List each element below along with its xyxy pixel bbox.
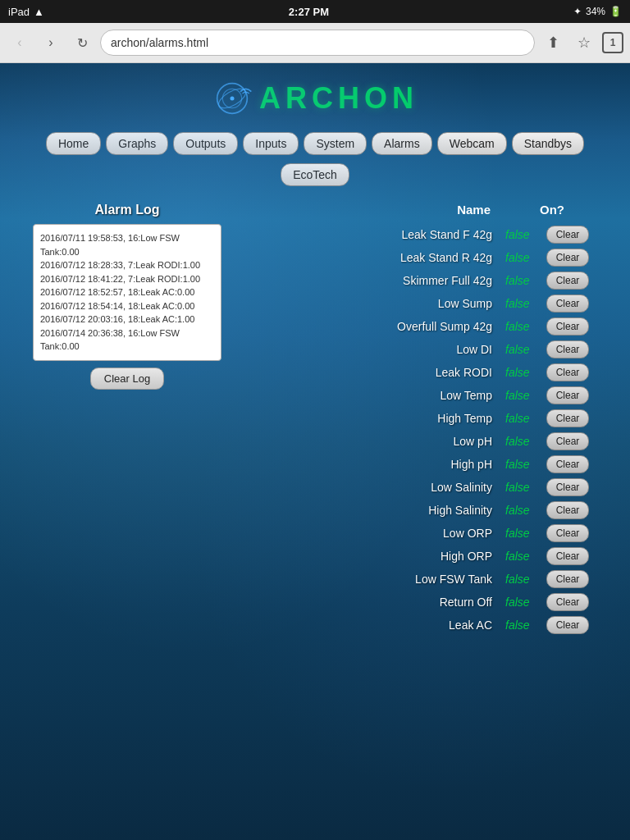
alarm-row: Overfull Sump 42g false Clear <box>238 315 597 338</box>
alarm-row: High Temp false Clear <box>238 407 597 430</box>
logo-icon <box>212 78 253 119</box>
alarm-status: false <box>505 251 546 264</box>
nav-home[interactable]: Home <box>46 132 101 155</box>
nav-row-2: EcoTech <box>0 163 630 186</box>
alarm-status: false <box>505 550 546 563</box>
tab-count[interactable]: 1 <box>602 32 623 53</box>
alarm-clear-button[interactable]: Clear <box>546 340 589 358</box>
log-entry-6: 2016/07/12 20:03:16, 18:Leak AC:1.00 <box>40 313 214 326</box>
alarm-clear-button[interactable]: Clear <box>546 616 589 634</box>
clear-log-button[interactable]: Clear Log <box>90 368 164 390</box>
alarm-clear-button[interactable]: Clear <box>546 226 589 244</box>
alarm-name: Leak AC <box>246 619 505 632</box>
nav-row-1: Home Graphs Outputs Inputs System Alarms… <box>0 127 630 160</box>
battery-label: 34% <box>586 6 605 17</box>
log-entry-5: 2016/07/12 18:54:14, 18:Leak AC:0.00 <box>40 299 214 313</box>
alarm-name: Leak Stand F 42g <box>246 228 505 241</box>
wifi-icon: ▲ <box>34 6 44 18</box>
alarm-status: false <box>505 366 546 379</box>
alarm-status: false <box>505 389 546 402</box>
alarm-clear-button[interactable]: Clear <box>546 570 589 588</box>
log-entry-2: 2016/07/12 18:28:33, 7:Leak RODI:1.00 <box>40 258 214 272</box>
alarm-status: false <box>505 412 546 425</box>
back-button[interactable]: ‹ <box>7 30 33 56</box>
alarm-row: Low pH false Clear <box>238 430 597 453</box>
nav-standbys[interactable]: Standbys <box>512 132 584 155</box>
browser-chrome: ‹ › ↻ archon/alarms.html ⬆ ☆ 1 <box>0 23 630 63</box>
alarm-row: Low Temp false Clear <box>238 384 597 407</box>
nav-system[interactable]: System <box>304 132 367 155</box>
page-background: ARCHON Home Graphs Outputs Inputs System… <box>0 63 630 840</box>
carrier-label: iPad <box>8 6 30 18</box>
alarm-clear-button[interactable]: Clear <box>546 501 589 519</box>
log-entry-1: 2016/07/11 19:58:53, 16:Low FSW Tank:0.0… <box>40 231 214 258</box>
alarm-status: false <box>505 458 546 471</box>
forward-button[interactable]: › <box>38 30 64 56</box>
browser-toolbar: ‹ › ↻ archon/alarms.html ⬆ ☆ 1 <box>0 23 630 62</box>
alarm-clear-button[interactable]: Clear <box>546 294 589 313</box>
alarm-clear-button[interactable]: Clear <box>546 432 589 450</box>
alarm-clear-button[interactable]: Clear <box>546 524 589 542</box>
main-content: Alarm Log 2016/07/11 19:58:53, 16:Low FS… <box>0 186 630 653</box>
bookmark-icon[interactable]: ☆ <box>571 30 597 56</box>
alarm-clear-button[interactable]: Clear <box>546 478 589 496</box>
alarm-name: Return Off <box>246 596 505 609</box>
status-bar-right: ✦ 34% 🔋 <box>573 6 622 17</box>
log-entry-4: 2016/07/12 18:52:57, 18:Leak AC:0.00 <box>40 285 214 299</box>
alarm-clear-button[interactable]: Clear <box>546 455 589 473</box>
alarm-row: Low FSW Tank false Clear <box>238 568 597 591</box>
alarm-clear-button[interactable]: Clear <box>546 386 589 404</box>
nav-alarms[interactable]: Alarms <box>372 132 432 155</box>
log-entry-3: 2016/07/12 18:41:22, 7:Leak RODI:1.00 <box>40 272 214 286</box>
alarm-clear-button[interactable]: Clear <box>546 249 589 267</box>
alarm-status: false <box>505 435 546 448</box>
alarm-clear-button[interactable]: Clear <box>546 593 589 611</box>
alarm-clear-button[interactable]: Clear <box>546 317 589 336</box>
alarm-name: Low Salinity <box>246 481 505 494</box>
logo-area: ARCHON <box>0 63 630 127</box>
alarm-row: High Salinity false Clear <box>238 499 597 522</box>
alarm-status: false <box>505 527 546 540</box>
nav-outputs[interactable]: Outputs <box>173 132 238 155</box>
alarm-clear-button[interactable]: Clear <box>546 409 589 427</box>
alarm-row: Skimmer Full 42g false Clear <box>238 269 597 292</box>
status-bar-time: 2:27 PM <box>289 6 329 18</box>
nav-ecotech[interactable]: EcoTech <box>281 163 349 186</box>
alarm-log-section: Alarm Log 2016/07/11 19:58:53, 16:Low FS… <box>33 203 221 637</box>
reload-button[interactable]: ↻ <box>69 30 95 56</box>
alarm-row: Low DI false Clear <box>238 338 597 361</box>
alarm-status: false <box>505 481 546 494</box>
alarm-row: Leak AC false Clear <box>238 614 597 637</box>
alarm-row: High pH false Clear <box>238 453 597 476</box>
logo-text: ARCHON <box>259 81 418 116</box>
col-on-header: On? <box>515 203 589 217</box>
alarm-row: Low ORP false Clear <box>238 522 597 545</box>
nav-graphs[interactable]: Graphs <box>106 132 168 155</box>
alarm-name: High ORP <box>246 550 505 563</box>
alarms-table: Name On? Leak Stand F 42g false Clear Le… <box>238 203 597 637</box>
alarm-row: High ORP false Clear <box>238 545 597 568</box>
alarm-name: Leak Stand R 42g <box>246 251 505 264</box>
nav-webcam[interactable]: Webcam <box>437 132 507 155</box>
alarm-status: false <box>505 274 546 287</box>
alarm-name: Low DI <box>246 343 505 356</box>
address-bar[interactable]: archon/alarms.html <box>100 30 535 56</box>
alarm-row: Leak RODI false Clear <box>238 361 597 384</box>
share-icon[interactable]: ⬆ <box>540 30 566 56</box>
alarm-status: false <box>505 596 546 609</box>
alarm-clear-button[interactable]: Clear <box>546 272 589 290</box>
battery-icon: 🔋 <box>609 6 622 17</box>
alarm-name: High Salinity <box>246 504 505 517</box>
bluetooth-icon: ✦ <box>573 6 582 17</box>
alarm-status: false <box>505 573 546 586</box>
alarm-clear-button[interactable]: Clear <box>546 547 589 565</box>
col-name-header: Name <box>246 203 515 217</box>
nav-inputs[interactable]: Inputs <box>243 132 299 155</box>
status-bar: iPad ▲ 2:27 PM ✦ 34% 🔋 <box>0 0 630 23</box>
alarm-name: Overfull Sump 42g <box>246 320 505 333</box>
alarm-clear-button[interactable]: Clear <box>546 363 589 381</box>
url-text: archon/alarms.html <box>111 36 208 49</box>
alarm-name: Low ORP <box>246 527 505 540</box>
alarm-name: Low Temp <box>246 389 505 402</box>
alarm-status: false <box>505 320 546 333</box>
